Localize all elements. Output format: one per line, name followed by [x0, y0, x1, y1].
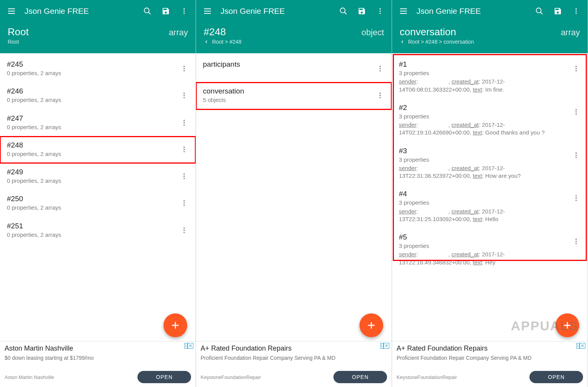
item-title: #250 — [7, 195, 175, 203]
item-title: #245 — [7, 60, 175, 69]
overflow-icon[interactable] — [372, 3, 389, 20]
svg-point-11 — [183, 93, 185, 94]
ad-info-icon[interactable]: i — [185, 343, 188, 349]
svg-point-25 — [183, 205, 185, 206]
save-icon[interactable] — [353, 3, 370, 20]
svg-point-58 — [575, 109, 577, 110]
breadcrumb[interactable]: Root — [8, 39, 188, 45]
ad-close-icon[interactable]: ✕ — [188, 343, 193, 349]
list-item[interactable]: #249 0 properties, 2 arrays — [0, 163, 196, 190]
list-item[interactable]: conversation 5 objects — [196, 82, 392, 109]
list-item[interactable]: #4 3 propertiessender: xxxxxxxxxx, creat… — [392, 185, 588, 228]
ad-banner[interactable]: i ✕ Aston Martin Nashville $0 down leasi… — [0, 341, 196, 387]
search-icon[interactable] — [335, 3, 352, 20]
svg-point-12 — [183, 95, 185, 96]
svg-point-66 — [575, 200, 577, 201]
svg-point-37 — [379, 10, 381, 11]
item-title: participants — [203, 60, 371, 69]
breadcrumb[interactable]: Root > #248 > conversation — [400, 39, 580, 45]
svg-point-61 — [575, 152, 577, 153]
svg-point-40 — [379, 68, 381, 69]
search-icon[interactable] — [531, 3, 548, 20]
list-item[interactable]: #245 0 properties, 2 arrays — [0, 56, 196, 82]
svg-point-22 — [183, 178, 185, 179]
ad-info-icon[interactable]: i — [577, 343, 580, 349]
item-more-icon[interactable] — [179, 195, 189, 211]
svg-point-5 — [183, 8, 185, 10]
add-button[interactable] — [555, 313, 579, 337]
svg-line-51 — [541, 12, 543, 15]
ad-close-icon[interactable]: ✕ — [384, 343, 389, 349]
item-more-icon[interactable] — [375, 61, 385, 76]
svg-point-68 — [575, 241, 577, 242]
add-button[interactable] — [359, 313, 383, 337]
item-more-icon[interactable] — [571, 61, 581, 76]
svg-point-43 — [379, 95, 381, 96]
list-item[interactable]: #5 3 propertiessender: xxxxxxxxxx, creat… — [392, 228, 588, 272]
item-more-icon[interactable] — [375, 88, 385, 103]
menu-icon[interactable] — [3, 3, 20, 20]
node-type: object — [361, 28, 384, 38]
overflow-icon[interactable] — [568, 3, 585, 20]
ad-badge[interactable]: i ✕ — [381, 343, 389, 349]
list-item[interactable]: #246 0 properties, 2 arrays — [0, 82, 196, 109]
item-list: #1 3 propertiessender: xxxxxxxxxx, creat… — [392, 53, 588, 341]
list-item[interactable]: #248 0 properties, 2 arrays — [0, 136, 196, 163]
item-title: #1 — [399, 60, 567, 69]
item-more-icon[interactable] — [179, 115, 189, 130]
list-item[interactable]: #250 0 properties, 2 arrays — [0, 190, 196, 217]
svg-point-65 — [575, 198, 577, 199]
svg-point-38 — [379, 13, 381, 14]
list-item[interactable]: #251 0 properties, 2 arrays — [0, 217, 196, 244]
svg-point-55 — [575, 66, 577, 67]
svg-point-10 — [183, 70, 185, 71]
ad-open-button[interactable]: OPEN — [333, 371, 387, 383]
item-subtitle: 5 objects — [203, 96, 371, 104]
item-more-icon[interactable] — [571, 234, 581, 249]
list-item[interactable]: #3 3 propertiessender: xxxxxxxxxx, creat… — [392, 142, 588, 185]
save-icon[interactable] — [549, 3, 566, 20]
ad-banner[interactable]: i ✕ A+ Rated Foundation Repairs Proficie… — [196, 341, 392, 387]
ad-open-button[interactable]: OPEN — [137, 371, 191, 383]
item-more-icon[interactable] — [179, 88, 189, 103]
list-item[interactable]: #2 3 propertiessender: xxxxxxxxxx, creat… — [392, 99, 588, 142]
ad-badge[interactable]: i ✕ — [185, 343, 193, 349]
ad-close-icon[interactable]: ✕ — [580, 343, 585, 349]
svg-point-41 — [379, 70, 381, 71]
item-more-icon[interactable] — [571, 190, 581, 206]
svg-point-59 — [575, 111, 577, 112]
search-icon[interactable] — [139, 3, 156, 20]
item-subtitle: 0 properties, 2 arrays — [7, 150, 175, 158]
item-more-icon[interactable] — [179, 169, 189, 184]
item-more-icon[interactable] — [179, 142, 189, 157]
list-item[interactable]: #1 3 propertiessender: xxxxxxxxxx, creat… — [392, 56, 588, 99]
ad-info-icon[interactable]: i — [381, 343, 384, 349]
back-icon[interactable] — [400, 39, 405, 44]
item-more-icon[interactable] — [571, 104, 581, 120]
item-more-icon[interactable] — [179, 61, 189, 76]
svg-point-42 — [379, 93, 381, 94]
add-button[interactable] — [163, 313, 187, 337]
item-title: conversation — [203, 87, 371, 95]
item-more-icon[interactable] — [571, 148, 581, 163]
back-icon[interactable] — [204, 39, 209, 44]
ad-banner[interactable]: i ✕ A+ Rated Foundation Repairs Proficie… — [392, 341, 588, 387]
save-icon[interactable] — [157, 3, 174, 20]
svg-point-9 — [183, 68, 185, 69]
svg-point-56 — [575, 68, 577, 69]
svg-point-44 — [379, 97, 381, 98]
menu-icon[interactable] — [199, 3, 216, 20]
ad-badge[interactable]: i ✕ — [577, 343, 585, 349]
list-item[interactable]: participants xxxxxxxxxx, xxxxxxxxxx — [196, 56, 392, 82]
item-more-icon[interactable] — [179, 223, 189, 238]
item-subtitle: 0 properties, 2 arrays — [7, 177, 175, 185]
ad-open-button[interactable]: OPEN — [529, 371, 583, 383]
item-title: #4 — [399, 190, 567, 198]
overflow-icon[interactable] — [176, 3, 193, 20]
svg-point-62 — [575, 154, 577, 156]
svg-point-50 — [536, 8, 541, 13]
breadcrumb[interactable]: Root > #248 — [204, 39, 384, 45]
screen-conversation: Json Genie FREE conversation array Root … — [392, 0, 588, 387]
list-item[interactable]: #247 0 properties, 2 arrays — [0, 110, 196, 136]
menu-icon[interactable] — [395, 3, 412, 20]
